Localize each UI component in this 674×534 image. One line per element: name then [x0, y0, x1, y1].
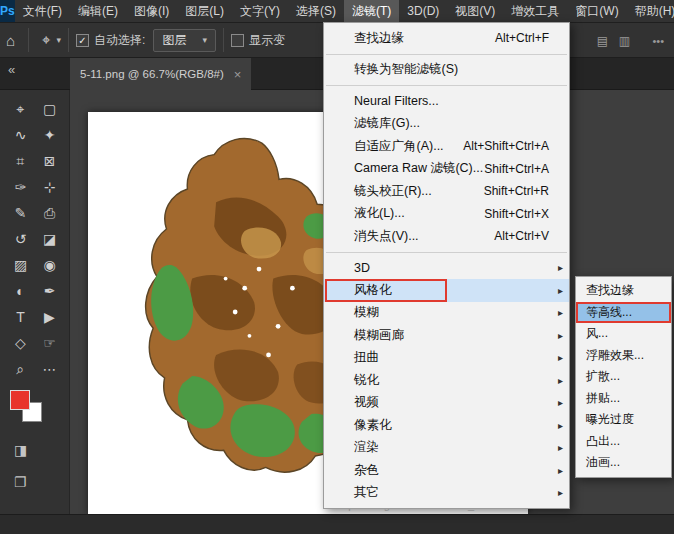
menu-plugins[interactable]: 增效工具 [503, 0, 567, 22]
filter-item-blur-gallery[interactable]: 模糊画廊 ▸ [324, 324, 569, 347]
menu-help[interactable]: 帮助(H) [627, 0, 674, 22]
stylize-item-wind[interactable]: 风... [576, 323, 671, 345]
divider [28, 28, 29, 52]
menu-layer[interactable]: 图层(L) [177, 0, 232, 22]
filter-item-filter-gallery[interactable]: 滤镜库(G)... [324, 113, 569, 136]
stylize-submenu: 查找边缘 等高线... 风... 浮雕效果... 扩散... 拼贴... 曝光过… [575, 276, 672, 478]
align-icon[interactable]: ▤ [597, 23, 608, 59]
filter-item-blur[interactable]: 模糊 ▸ [324, 302, 569, 325]
tool-grid: ⌖ ▢ ∿ ✦ ⌗ ⊠ ✑ ⊹ ✎ ⎙ ↺ ◪ ▨ ◉ ◐ ✒ T ▶ ◇ ☞ … [6, 96, 64, 382]
blur-tool[interactable]: ◉ [35, 252, 64, 278]
menu-item-shortcut: Shift+Ctrl+X [484, 207, 551, 221]
filter-item-sharpen[interactable]: 锐化 ▸ [324, 369, 569, 392]
menu-edit[interactable]: 编辑(E) [70, 0, 126, 22]
collapse-panels-icon[interactable]: « [8, 62, 15, 77]
stylize-item-extrude[interactable]: 凸出... [576, 431, 671, 453]
menu-item-label: 模糊画廊 [354, 327, 404, 344]
show-transform-checkbox[interactable] [231, 34, 244, 47]
marquee-tool[interactable]: ▢ [35, 96, 64, 122]
stylize-item-oil-paint[interactable]: 油画... [576, 452, 671, 474]
menu-item-label: Neural Filters... [354, 94, 439, 108]
menu-item-label: 渲染 [354, 439, 379, 456]
menu-type[interactable]: 文字(Y) [232, 0, 288, 22]
move-tool[interactable]: ⌖ [6, 96, 35, 122]
quick-select-tool[interactable]: ✦ [35, 122, 64, 148]
eraser-tool[interactable]: ◪ [35, 226, 64, 252]
filter-item-adaptive-wide-angle[interactable]: 自适应广角(A)... Alt+Shift+Ctrl+A [324, 135, 569, 158]
brush-tool[interactable]: ✎ [6, 200, 35, 226]
filter-item-distort[interactable]: 扭曲 ▸ [324, 347, 569, 370]
auto-select-checkbox[interactable]: ✓ [76, 34, 89, 47]
chevron-down-icon[interactable]: ▾ [57, 35, 62, 45]
stylize-item-diffuse[interactable]: 扩散... [576, 366, 671, 388]
chevron-down-icon: ▾ [202, 35, 207, 45]
eyedropper-tool[interactable]: ✑ [6, 174, 35, 200]
menu-select[interactable]: 选择(S) [288, 0, 344, 22]
quick-mask-icon[interactable]: ◨ [14, 442, 27, 458]
submenu-arrow-icon: ▸ [551, 262, 563, 273]
menu-window[interactable]: 窗口(W) [567, 0, 626, 22]
menu-3d[interactable]: 3D(D) [399, 0, 447, 22]
stylize-item-tiles[interactable]: 拼贴... [576, 388, 671, 410]
move-tool-option-icon[interactable]: ⌖ [36, 31, 56, 49]
zoom-tool[interactable]: ⌕ [6, 356, 35, 382]
document-tab-title: 5-11.png @ 66.7%(RGB/8#) [80, 68, 224, 80]
close-icon[interactable]: × [234, 67, 242, 82]
filter-item-3d[interactable]: 3D ▸ [324, 257, 569, 280]
screen-mode-icon[interactable]: ❐ [14, 474, 27, 490]
crop-tool[interactable]: ⌗ [6, 148, 35, 174]
stylize-item-trace-contour[interactable]: 等高线... [576, 302, 671, 324]
menu-item-label: 3D [354, 261, 370, 275]
menu-image[interactable]: 图像(I) [126, 0, 177, 22]
more-options-icon[interactable]: ••• [652, 23, 664, 59]
filter-item-render[interactable]: 渲染 ▸ [324, 437, 569, 460]
document-tab[interactable]: 5-11.png @ 66.7%(RGB/8#) × [70, 58, 251, 90]
edit-toolbar-icon[interactable]: ⋯ [35, 356, 64, 382]
filter-item-convert-smart-filters[interactable]: 转换为智能滤镜(S) [324, 59, 569, 82]
menu-file[interactable]: 文件(F) [15, 0, 70, 22]
hand-tool[interactable]: ☞ [35, 330, 64, 356]
healing-brush-tool[interactable]: ⊹ [35, 174, 64, 200]
gradient-tool[interactable]: ▨ [6, 252, 35, 278]
filter-item-video[interactable]: 视频 ▸ [324, 392, 569, 415]
path-select-tool[interactable]: ▶ [35, 304, 64, 330]
lasso-tool[interactable]: ∿ [6, 122, 35, 148]
divider [223, 28, 224, 52]
filter-item-liquify[interactable]: 液化(L)... Shift+Ctrl+X [324, 203, 569, 226]
show-transform-label: 显示变 [249, 32, 285, 49]
submenu-arrow-icon: ▸ [551, 465, 563, 476]
menu-item-label: 像素化 [354, 417, 392, 434]
menu-item-label: 消失点(V)... [354, 228, 419, 245]
home-icon[interactable]: ⌂ [0, 32, 21, 49]
dodge-tool[interactable]: ◐ [6, 278, 35, 304]
menu-filter[interactable]: 滤镜(T) [344, 0, 399, 22]
pen-tool[interactable]: ✒ [35, 278, 64, 304]
submenu-arrow-icon: ▸ [551, 352, 563, 363]
history-brush-tool[interactable]: ↺ [6, 226, 35, 252]
type-tool[interactable]: T [6, 304, 35, 330]
auto-select-label: 自动选择: [94, 32, 145, 49]
filter-item-stylize[interactable]: 风格化 ▸ [324, 279, 569, 302]
layer-dropdown[interactable]: 图层 ▾ [153, 29, 216, 52]
clone-stamp-tool[interactable]: ⎙ [35, 200, 64, 226]
filter-item-noise[interactable]: 杂色 ▸ [324, 459, 569, 482]
filter-item-neural-filters[interactable]: Neural Filters... [324, 90, 569, 113]
shape-tool[interactable]: ◇ [6, 330, 35, 356]
filter-item-other[interactable]: 其它 ▸ [324, 482, 569, 505]
filter-dropdown-menu: 查找边缘 Alt+Ctrl+F 转换为智能滤镜(S) Neural Filter… [323, 22, 570, 509]
workspace-icon[interactable]: ▥ [619, 23, 630, 59]
filter-item-find-edges-last[interactable]: 查找边缘 Alt+Ctrl+F [324, 27, 569, 50]
frame-tool[interactable]: ⊠ [35, 148, 64, 174]
filter-item-lens-correction[interactable]: 镜头校正(R)... Shift+Ctrl+R [324, 180, 569, 203]
stylize-item-solarize[interactable]: 曝光过度 [576, 409, 671, 431]
filter-item-pixelate[interactable]: 像素化 ▸ [324, 414, 569, 437]
menu-item-label: 液化(L)... [354, 205, 405, 222]
stylize-item-emboss[interactable]: 浮雕效果... [576, 345, 671, 367]
filter-item-camera-raw[interactable]: Camera Raw 滤镜(C)... Shift+Ctrl+A [324, 158, 569, 181]
stylize-item-find-edges[interactable]: 查找边缘 [576, 280, 671, 302]
divider [68, 28, 69, 52]
menu-view[interactable]: 视图(V) [447, 0, 503, 22]
filter-item-vanishing-point[interactable]: 消失点(V)... Alt+Ctrl+V [324, 225, 569, 248]
foreground-color-swatch[interactable] [10, 390, 30, 410]
menu-item-shortcut: Shift+Ctrl+A [484, 162, 551, 176]
